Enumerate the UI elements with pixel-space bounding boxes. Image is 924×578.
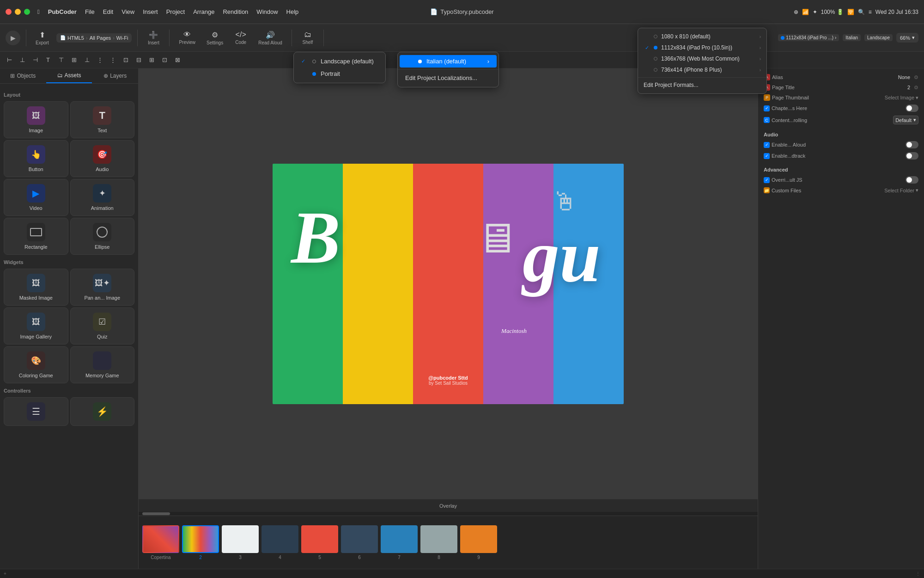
align-center-v-button[interactable]: ⊞ [68,55,79,66]
preview-button[interactable]: 👁 Preview [175,29,199,47]
sidebar-item-controller2[interactable]: ⚡ [70,397,135,426]
sidebar-item-ellipse[interactable]: Ellipse [70,218,135,255]
align-text-left-button[interactable]: T [43,55,54,66]
orientation-landscape-item[interactable]: ✓ Landscape (default) [294,55,385,68]
sidebar-item-rectangle[interactable]: Rectangle [4,218,68,255]
page-thumb-9[interactable]: 9 [460,525,497,560]
scrollbar-thumb[interactable] [142,512,170,515]
alias-gear-icon[interactable]: ⚙ [914,74,918,80]
page-title-gear-icon[interactable]: ⚙ [914,85,918,91]
sidebar-item-memory-game[interactable]: Memory Game [70,346,135,383]
tab-assets[interactable]: 🗂 Assets [46,68,92,83]
insert-button[interactable]: ➕ Insert [143,29,164,47]
apple-menu[interactable]:  [37,8,40,15]
align-lock-button[interactable]: ⊡ [159,55,170,66]
override-js-toggle[interactable] [906,176,918,184]
page-thumbnail-4[interactable] [261,525,298,553]
distribute-h-button[interactable]: ⋮ [94,55,105,66]
export-button[interactable]: ⬆ Export [32,29,53,47]
sidebar-item-button[interactable]: 👆 Button [4,140,68,177]
menu-insert[interactable]: Insert [143,8,158,15]
page-thumbnail-copertina[interactable] [142,525,179,553]
select-image-button[interactable]: Select Image ▾ [885,95,918,101]
align-center-h-button[interactable]: ⊥ [17,55,28,66]
page-thumbnail-7[interactable] [381,525,418,553]
menu-rendition[interactable]: Rendition [223,8,248,15]
page-thumbnail-2[interactable] [182,525,219,553]
orientation-selector[interactable]: Landscape [864,34,893,41]
page-thumb-copertina[interactable]: Copertina [142,525,179,560]
page-thumb-8[interactable]: 8 [420,525,457,560]
close-button[interactable] [6,9,12,15]
maximize-button[interactable] [24,9,30,15]
content-rolling-select[interactable]: Default ▾ [893,116,918,124]
align-group-button[interactable]: ⊞ [146,55,157,66]
canvas-wrapper[interactable]: B gu 🖥 🖱 Macintosh @pubcoder Sttd by Set… [139,68,758,499]
align-spread-button[interactable]: ⊡ [120,55,131,66]
select-folder-button[interactable]: Select Folder ▾ [884,187,918,193]
orientation-portrait-item[interactable]: Portrait [294,68,385,80]
page-thumbnail-3[interactable] [222,525,259,553]
chapters-here-checkbox[interactable]: ✓ [764,105,770,111]
align-top-button[interactable]: ⊤ [55,55,67,66]
align-right-button[interactable]: ⊣ [30,55,41,66]
add-page-button[interactable]: + [4,571,6,576]
notification-icon[interactable]: ≡ [869,9,872,15]
menu-project[interactable]: Project [166,8,185,15]
tab-layers[interactable]: ⊕ Layers [92,68,138,83]
menu-view[interactable]: View [122,8,134,15]
sidebar-item-image[interactable]: 🖼 Image [4,101,68,138]
settings-button[interactable]: ⚙ Settings [203,29,227,47]
custom-files-checkbox[interactable]: 📁 [764,187,770,193]
shelf-button[interactable]: 🗂 Shelf [298,29,318,47]
tab-objects[interactable]: ⊞ Objects [0,68,46,83]
page-thumb-4[interactable]: 4 [261,525,298,560]
content-rolling-checkbox[interactable]: C [764,117,770,123]
sidebar-item-pan-image[interactable]: 🖼✦ Pan an... Image [70,269,135,306]
reso-item-1080[interactable]: 1080 x 810 (default) › [638,31,766,42]
reso-item-1366[interactable]: 1366x768 (Web Most Common) › [638,53,766,64]
code-button[interactable]: </> Code [231,29,251,47]
align-ungroup-button[interactable]: ⊠ [172,55,183,66]
edit-formats-item[interactable]: Edit Project Formats... [638,80,766,91]
sidebar-item-video[interactable]: ▶ Video [4,179,68,216]
page-thumb-6[interactable]: 6 [341,525,378,560]
sidebar-item-masked-image[interactable]: 🖼 Masked Image [4,269,68,306]
minimize-button[interactable] [15,9,21,15]
zoom-selector[interactable]: 66% ▾ [896,33,918,43]
sidebar-item-audio[interactable]: 🎯 Audio [70,140,135,177]
menu-file[interactable]: File [85,8,95,15]
sidebar-item-controller1[interactable]: ☰ [4,397,68,426]
menu-edit[interactable]: Edit [103,8,113,15]
page-thumb-7[interactable]: 7 [381,525,418,560]
play-button[interactable]: ▶ [6,31,20,45]
reso-item-736[interactable]: 736x414 (iPhone 8 Plus) › [638,64,766,75]
enable-soundtrack-checkbox[interactable]: ✓ [764,153,770,159]
canvas[interactable]: B gu 🖥 🖱 Macintosh @pubcoder Sttd by Set… [273,164,624,404]
resolution-selector[interactable]: 1112x834 (iPad Pro ...) › [778,34,839,41]
distribute-v-button[interactable]: ⋮ [107,55,118,66]
resize-handle[interactable]: ⋮ [916,571,920,576]
edit-localizations-item[interactable]: Edit Project Localizations... [398,72,498,84]
page-thumbnail-5[interactable] [301,525,338,553]
sidebar-item-animation[interactable]: ✦ Animation [70,179,135,216]
align-bottom-button[interactable]: ⊥ [81,55,92,66]
read-aloud-button[interactable]: 🔊 Read Aloud [255,29,286,47]
sidebar-item-coloring-game[interactable]: 🎨 Coloring Game [4,346,68,383]
lang-italian-item[interactable]: ✓ Italian (default) › [400,55,497,68]
enable-aloud-toggle[interactable] [906,141,918,148]
sidebar-item-image-gallery[interactable]: 🖼 Image Gallery [4,307,68,344]
page-thumbnail-9[interactable] [460,525,497,553]
menu-arrange[interactable]: Arrange [193,8,214,15]
page-thumb-5[interactable]: 5 [301,525,338,560]
search-icon[interactable]: 🔍 [858,9,865,15]
reso-item-1112[interactable]: ✓ 1112x834 (iPad Pro (10.5in)) › [638,42,766,53]
chapters-here-toggle[interactable] [906,105,918,112]
menu-window[interactable]: Window [256,8,278,15]
page-thumbnail-8[interactable] [420,525,457,553]
override-js-checkbox[interactable]: ✓ [764,177,770,183]
sidebar-item-quiz[interactable]: ☑ Quiz [70,307,135,344]
menu-pubcoder[interactable]: PubCoder [48,8,77,15]
page-thumb-2[interactable]: 2 [182,525,219,560]
enable-aloud-checkbox[interactable]: ✓ [764,142,770,148]
